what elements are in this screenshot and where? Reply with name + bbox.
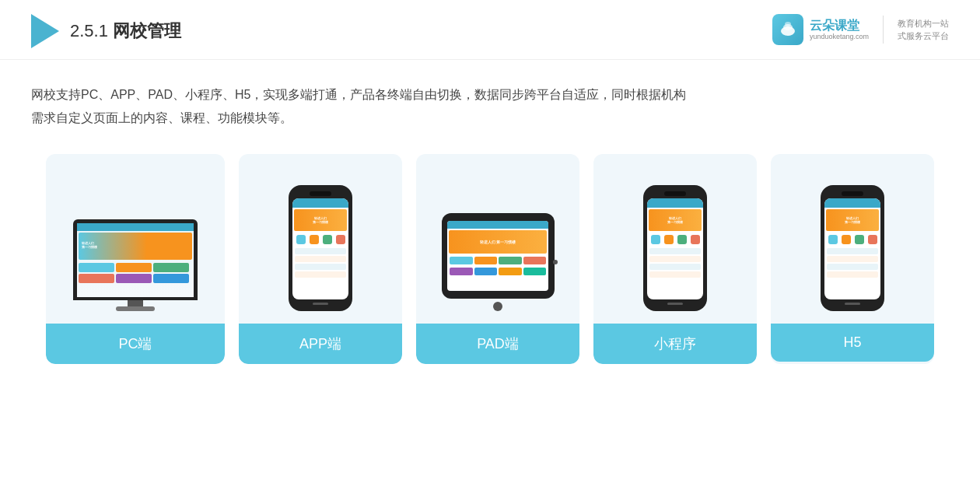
pc-grid-item — [116, 274, 152, 283]
miniprogram-image-area: 轻进人们第一习惯楼 — [606, 171, 744, 311]
phone-notch-h5 — [842, 191, 863, 196]
description-line2: 需求自定义页面上的内容、课程、功能模块等。 — [31, 107, 949, 130]
phone-notch-mini — [664, 191, 686, 196]
phone-mockup-app: 轻进人们第一习惯楼 — [289, 185, 352, 311]
phone-screen-mini: 轻进人们第一习惯楼 — [647, 198, 703, 299]
tablet-screen: 轻进人们 第一习惯楼 — [447, 221, 548, 291]
pad-image-area: 轻进人们 第一习惯楼 — [429, 171, 567, 311]
brand-tagline: 教育机构一站 式服务云平台 — [898, 17, 949, 43]
app-image-area: 轻进人们第一习惯楼 — [251, 171, 390, 311]
brand-area: 云朵课堂 yunduoketang.com 教育机构一站 式服务云平台 — [772, 14, 949, 45]
pc-hero-banner: 轻进人们第一习惯楼 — [79, 233, 192, 260]
card-label-pc: PC端 — [46, 324, 225, 364]
phone-mockup-h5: 轻进人们第一习惯楼 — [821, 185, 884, 311]
cards-section: 轻进人们第一习惯楼 — [0, 146, 980, 387]
brand-text: 云朵课堂 yunduoketang.com — [810, 18, 869, 41]
pc-screen-content: 轻进人们第一习惯楼 — [77, 223, 194, 297]
tablet-outer: 轻进人们 第一习惯楼 — [442, 213, 555, 299]
phone-outer-h5: 轻进人们第一习惯楼 — [821, 185, 884, 311]
pc-stand — [128, 300, 143, 306]
pc-grid-item — [153, 263, 189, 272]
card-label-miniprogram: 小程序 — [593, 324, 757, 364]
pc-screen-outer: 轻进人们第一习惯楼 — [73, 219, 198, 300]
page-header: 2.5.1 网校管理 云朵课堂 yunduoketang.com 教育机构一站 … — [0, 0, 980, 60]
brand-divider — [883, 16, 884, 44]
phone-screen-h5: 轻进人们第一习惯楼 — [824, 198, 880, 299]
pc-grid-item — [153, 274, 189, 283]
pc-grid-item — [79, 274, 114, 283]
card-miniprogram: 轻进人们第一习惯楼 — [593, 154, 757, 364]
page-title: 2.5.1 网校管理 — [70, 19, 181, 43]
header-left: 2.5.1 网校管理 — [31, 14, 181, 48]
pc-screen-inner: 轻进人们第一习惯楼 — [77, 223, 194, 297]
phone-outer-app: 轻进人们第一习惯楼 — [289, 185, 352, 311]
card-pc: 轻进人们第一习惯楼 — [46, 154, 225, 364]
brand-url: yunduoketang.com — [810, 33, 869, 41]
phone-screen-app: 轻进人们第一习惯楼 — [292, 198, 348, 299]
card-label-pad: PAD端 — [416, 324, 579, 364]
phone-mockup-mini: 轻进人们第一习惯楼 — [643, 185, 707, 311]
card-pad: 轻进人们 第一习惯楼 — [416, 154, 579, 364]
tablet-home-button — [493, 302, 502, 311]
brand-logo: 云朵课堂 yunduoketang.com — [772, 14, 869, 45]
logo-triangle-icon — [31, 14, 59, 48]
pc-grid-item — [116, 263, 152, 272]
brand-name: 云朵课堂 — [810, 18, 869, 33]
pc-base — [116, 306, 155, 311]
pc-grid-item — [79, 263, 114, 272]
pc-image-area: 轻进人们第一习惯楼 — [58, 171, 212, 311]
description-block: 网校支持PC、APP、PAD、小程序、H5，实现多端打通，产品各终端自由切换，数… — [0, 60, 980, 146]
pc-grid — [77, 261, 194, 285]
tablet-mockup: 轻进人们 第一习惯楼 — [442, 213, 555, 311]
card-h5: 轻进人们第一习惯楼 — [771, 154, 934, 364]
card-label-app: APP端 — [239, 324, 402, 364]
pc-mockup: 轻进人们第一习惯楼 — [73, 219, 198, 311]
card-app: 轻进人们第一习惯楼 — [239, 154, 402, 364]
svg-point-2 — [785, 22, 791, 26]
h5-image-area: 轻进人们第一习惯楼 — [783, 171, 922, 311]
tablet-camera — [553, 260, 558, 264]
pc-nav-bar — [77, 223, 194, 231]
phone-outer-mini: 轻进人们第一习惯楼 — [643, 185, 707, 311]
phone-notch — [310, 191, 331, 196]
brand-icon — [772, 14, 803, 45]
card-label-h5: H5 — [771, 324, 934, 362]
description-line1: 网校支持PC、APP、PAD、小程序、H5，实现多端打通，产品各终端自由切换，数… — [31, 83, 949, 107]
